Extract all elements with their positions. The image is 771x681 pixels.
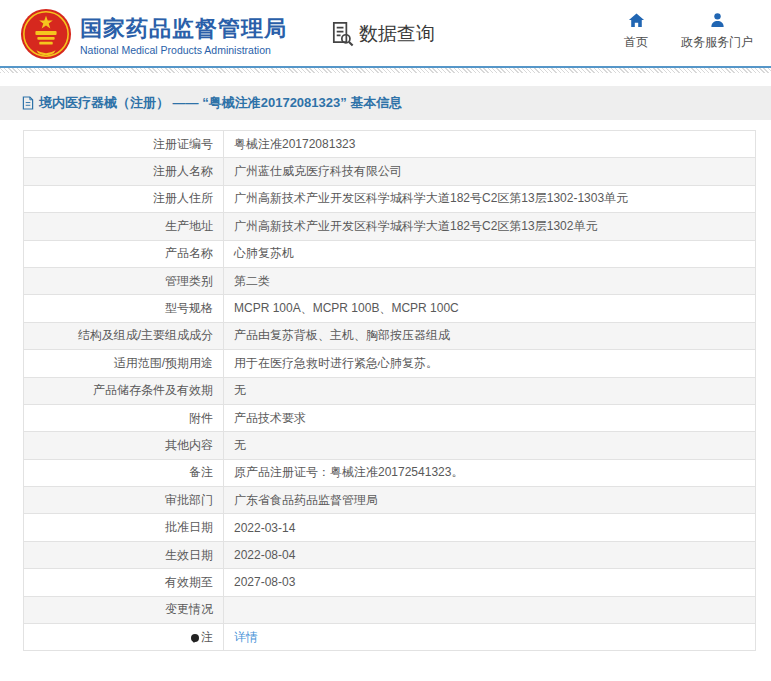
row-label-text: 有效期至 (165, 575, 213, 589)
page-root: 国家药品监督管理局 National Medical Products Admi… (0, 0, 771, 651)
brand-subtitle: National Medical Products Administration (80, 44, 287, 56)
section-label: 数据查询 (359, 21, 435, 47)
row-value: 详情 (224, 624, 756, 651)
nav-gov-portal-label: 政务服务门户 (681, 34, 753, 51)
row-label: 产品名称 (24, 240, 224, 267)
table-row: 生产地址 广州高新技术产业开发区科学城科学大道182号C2区第13层1302单元 (24, 213, 756, 240)
brand-text: 国家药品监督管理局 National Medical Products Admi… (80, 12, 287, 56)
row-value: 产品由复苏背板、主机、胸部按压器组成 (224, 322, 756, 349)
table-row: 批准日期 2022-03-14 (24, 514, 756, 541)
document-icon (22, 96, 34, 110)
row-label: 生效日期 (24, 541, 224, 568)
home-icon (628, 12, 645, 29)
row-value: 2022-03-14 (224, 514, 756, 541)
row-label-text: 适用范围/预期用途 (114, 356, 213, 370)
row-label-text: 产品名称 (165, 246, 213, 260)
table-row: 管理类别 第二类 (24, 267, 756, 294)
table-row: 产品名称 心肺复苏机 (24, 240, 756, 267)
row-label: 产品储存条件及有效期 (24, 377, 224, 404)
row-label: 有效期至 (24, 569, 224, 596)
row-value: 广州高新技术产业开发区科学城科学大道182号C2区第13层1302-1303单元 (224, 185, 756, 212)
info-table: 注册证编号 粤械注准20172081323 注册人名称 广州蓝仕威克医疗科技有限… (23, 130, 756, 651)
note-balloon-icon (191, 634, 199, 642)
national-emblem-icon (20, 8, 72, 60)
row-label: 变更情况 (24, 596, 224, 623)
table-row: 其他内容 无 (24, 432, 756, 459)
row-label: 其他内容 (24, 432, 224, 459)
row-label-text: 其他内容 (165, 438, 213, 452)
table-row: 适用范围/预期用途 用于在医疗急救时进行紧急心肺复苏。 (24, 350, 756, 377)
section-title-block: 数据查询 (329, 20, 435, 47)
row-label-text: 管理类别 (165, 274, 213, 288)
info-table-body: 注册证编号 粤械注准20172081323 注册人名称 广州蓝仕威克医疗科技有限… (24, 131, 756, 651)
table-row: 变更情况 (24, 596, 756, 623)
nav-gov-portal[interactable]: 政务服务门户 (681, 12, 753, 51)
row-label: 型号规格 (24, 295, 224, 322)
table-row: 注册证编号 粤械注准20172081323 (24, 131, 756, 158)
row-label: 备注 (24, 459, 224, 486)
row-value: 无 (224, 432, 756, 459)
row-label-text: 型号规格 (165, 301, 213, 315)
table-row: 备注 原产品注册证号：粤械注准20172541323。 (24, 459, 756, 486)
row-label-text: 批准日期 (165, 520, 213, 534)
row-label-text: 生产地址 (165, 219, 213, 233)
brand-title: 国家药品监督管理局 (80, 16, 287, 42)
row-label-text: 注册人住所 (153, 191, 213, 205)
nav-home[interactable]: 首页 (619, 12, 653, 51)
table-row: 注册人名称 广州蓝仕威克医疗科技有限公司 (24, 158, 756, 185)
row-value: 原产品注册证号：粤械注准20172541323。 (224, 459, 756, 486)
page-title-banner: 境内医疗器械（注册） —— “粤械注准20172081323” 基本信息 (0, 86, 771, 120)
table-row: 审批部门 广东省食品药品监督管理局 (24, 487, 756, 514)
row-label: 注册人住所 (24, 185, 224, 212)
row-value: 用于在医疗急救时进行紧急心肺复苏。 (224, 350, 756, 377)
row-label-text: 生效日期 (165, 548, 213, 562)
user-icon (709, 12, 726, 29)
table-row: 有效期至 2027-08-03 (24, 569, 756, 596)
table-row: 型号规格 MCPR 100A、MCPR 100B、MCPR 100C (24, 295, 756, 322)
row-value: 心肺复苏机 (224, 240, 756, 267)
row-value: 无 (224, 377, 756, 404)
table-row: 注 详情 (24, 624, 756, 651)
row-value: MCPR 100A、MCPR 100B、MCPR 100C (224, 295, 756, 322)
row-label-text: 结构及组成/主要组成成分 (78, 328, 213, 342)
row-label: 审批部门 (24, 487, 224, 514)
row-label: 注 (24, 624, 224, 651)
row-label: 注册人名称 (24, 158, 224, 185)
row-label: 注册证编号 (24, 131, 224, 158)
row-label-text: 备注 (189, 465, 213, 479)
nav-home-label: 首页 (624, 34, 648, 51)
table-row: 产品储存条件及有效期 无 (24, 377, 756, 404)
header-nav: 首页 政务服务门户 (619, 12, 753, 51)
row-label-text: 注册证编号 (153, 137, 213, 151)
row-value (224, 596, 756, 623)
details-link[interactable]: 详情 (234, 630, 258, 644)
row-label: 管理类别 (24, 267, 224, 294)
row-label: 附件 (24, 404, 224, 431)
table-row: 生效日期 2022-08-04 (24, 541, 756, 568)
row-value: 粤械注准20172081323 (224, 131, 756, 158)
row-label-text: 附件 (189, 411, 213, 425)
row-value: 2027-08-03 (224, 569, 756, 596)
row-value: 产品技术要求 (224, 404, 756, 431)
table-row: 注册人住所 广州高新技术产业开发区科学城科学大道182号C2区第13层1302-… (24, 185, 756, 212)
brand-logo-block[interactable]: 国家药品监督管理局 National Medical Products Admi… (20, 8, 287, 60)
row-label: 生产地址 (24, 213, 224, 240)
row-value: 第二类 (224, 267, 756, 294)
row-label-text: 产品储存条件及有效期 (93, 383, 213, 397)
row-value: 广州蓝仕威克医疗科技有限公司 (224, 158, 756, 185)
row-value: 广东省食品药品监督管理局 (224, 487, 756, 514)
header: 国家药品监督管理局 National Medical Products Admi… (0, 0, 771, 66)
table-row: 附件 产品技术要求 (24, 404, 756, 431)
header-divider (0, 66, 771, 73)
info-table-wrap: 注册证编号 粤械注准20172081323 注册人名称 广州蓝仕威克医疗科技有限… (23, 130, 756, 651)
row-label-text: 注 (201, 630, 213, 644)
table-row: 结构及组成/主要组成成分 产品由复苏背板、主机、胸部按压器组成 (24, 322, 756, 349)
row-label: 结构及组成/主要组成成分 (24, 322, 224, 349)
row-label-text: 审批部门 (165, 493, 213, 507)
row-value: 2022-08-04 (224, 541, 756, 568)
row-label-text: 变更情况 (165, 602, 213, 616)
page-title: 境内医疗器械（注册） —— “粤械注准20172081323” 基本信息 (39, 94, 402, 112)
data-query-icon (329, 20, 356, 47)
row-label-text: 注册人名称 (153, 164, 213, 178)
row-value: 广州高新技术产业开发区科学城科学大道182号C2区第13层1302单元 (224, 213, 756, 240)
